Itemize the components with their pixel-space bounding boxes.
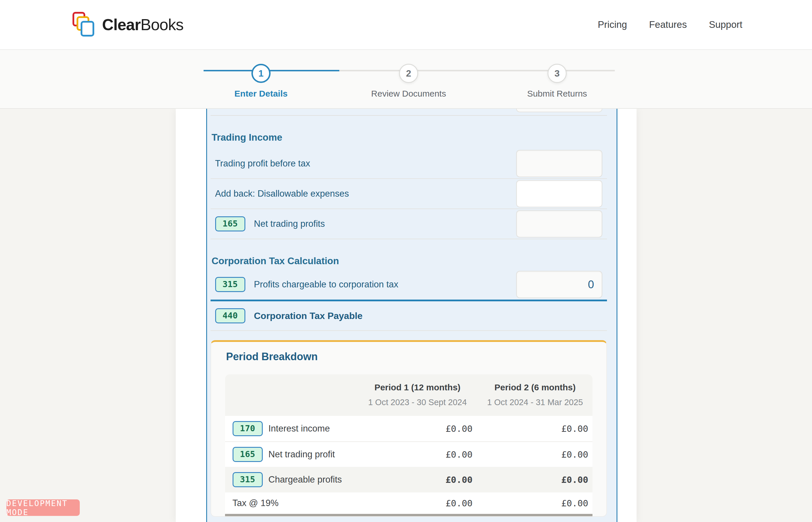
table-row-net-trading-profit: 165 Net trading profit £0.00 £0.00 (225, 441, 592, 467)
tax-19-cell: Tax @ 19% (225, 498, 358, 508)
tax-19-period-2: £0.00 (478, 498, 593, 508)
period-breakdown-card: Period Breakdown Period 1 (12 months) 1 … (210, 340, 607, 517)
form-row-net-trading-profits: 165 Net trading profits (210, 209, 607, 239)
brand-name: ClearBooks (102, 15, 183, 34)
disallowable-expenses-label: Add back: Disallowable expenses (215, 188, 349, 199)
chargeable-profits-period-1: £0.00 (358, 475, 478, 485)
stepper: 1 Enter Details 2 Review Documents 3 Sub… (0, 50, 812, 109)
net-trading-profit-label: Net trading profit (268, 449, 335, 460)
period-1-title: Period 1 (12 months) (358, 382, 478, 393)
period-2-title: Period 2 (6 months) (478, 382, 593, 393)
box-170-badge: 170 (232, 421, 263, 436)
chargeable-profits-period-2: £0.00 (478, 475, 593, 485)
step-review-documents[interactable]: 2 Review Documents (359, 50, 458, 99)
disallowable-expenses-input[interactable] (516, 180, 602, 207)
section-title-corporation-tax: Corporation Tax Calculation (212, 256, 607, 266)
box-440-badge: 440 (215, 308, 245, 323)
section-title-trading-income: Trading Income (212, 132, 607, 143)
box-315-table-badge: 315 (232, 472, 263, 487)
main-nav: Pricing Features Support (598, 19, 743, 30)
nav-support[interactable]: Support (709, 19, 743, 30)
period-breakdown-title: Period Breakdown (226, 350, 592, 363)
step-3-label: Submit Returns (508, 89, 606, 99)
interest-income-period-1: £0.00 (358, 423, 478, 434)
logo-page-blue (81, 21, 94, 37)
brand-logo[interactable]: ClearBooks (73, 12, 183, 37)
header-period-2: Period 2 (6 months) 1 Oct 2024 - 31 Mar … (478, 382, 593, 407)
box-315-badge: 315 (215, 277, 245, 292)
net-trading-profit-cell: 165 Net trading profit (225, 447, 358, 462)
brand-name-bold: Clear (102, 16, 141, 34)
table-row-interest-income: 170 Interest income £0.00 £0.00 (225, 416, 592, 441)
form-row-trading-profit: Trading profit before tax (210, 149, 607, 179)
box-165-table-badge: 165 (232, 447, 263, 462)
interest-income-period-2: £0.00 (478, 423, 593, 434)
net-trading-profits-input[interactable] (516, 210, 602, 238)
header-empty-cell (225, 382, 358, 407)
top-header: ClearBooks Pricing Features Support (0, 0, 812, 50)
clearbooks-logo-icon (73, 12, 95, 37)
table-row-tax-19: Tax @ 19% £0.00 £0.00 (225, 493, 592, 514)
trading-income-rows: Trading profit before tax Add back: Disa… (210, 149, 607, 239)
period-2-dates: 1 Oct 2024 - 31 Mar 2025 (478, 398, 593, 407)
chargeable-profits-table-label: Chargeable profits (268, 475, 342, 485)
tax-19-label: Tax @ 19% (232, 498, 279, 508)
period-breakdown-table: Period 1 (12 months) 1 Oct 2023 - 30 Sep… (225, 375, 592, 516)
box-165-badge: 165 (215, 216, 245, 232)
step-2-label: Review Documents (359, 89, 458, 99)
tax-form-panel: Trading Income Trading profit before tax… (206, 92, 617, 522)
step-enter-details[interactable]: 1 Enter Details (212, 50, 310, 99)
corporation-tax-payable-label: Corporation Tax Payable (254, 310, 363, 321)
screen: ClearBooks Pricing Features Support 1 En… (0, 0, 812, 522)
form-row-corporation-tax-payable: 440 Corporation Tax Payable (210, 301, 607, 331)
trading-profit-label: Trading profit before tax (215, 158, 310, 169)
header-period-1: Period 1 (12 months) 1 Oct 2023 - 30 Sep… (358, 382, 478, 407)
form-row-disallowable-expenses: Add back: Disallowable expenses (210, 179, 607, 209)
step-submit-returns[interactable]: 3 Submit Returns (508, 50, 606, 99)
trading-profit-input[interactable] (516, 150, 602, 177)
net-trading-profit-period-2: £0.00 (478, 449, 593, 460)
section-divider (210, 115, 607, 116)
step-1-label: Enter Details (212, 89, 310, 99)
brand-name-regular: Books (141, 16, 184, 34)
net-trading-profit-period-1: £0.00 (358, 449, 478, 460)
development-mode-badge: DEVELOPMENT MODE (6, 499, 80, 516)
chargeable-profits-input[interactable] (516, 271, 602, 298)
content-column: Trading Income Trading profit before tax… (176, 109, 636, 522)
nav-pricing[interactable]: Pricing (598, 19, 627, 30)
period-table-header: Period 1 (12 months) 1 Oct 2023 - 30 Sep… (225, 375, 592, 416)
interest-income-label: Interest income (268, 423, 330, 434)
chargeable-profits-label: Profits chargeable to corporation tax (254, 279, 399, 290)
page-body: Trading Income Trading profit before tax… (0, 109, 812, 522)
net-trading-profits-label: Net trading profits (254, 219, 325, 229)
step-2-circle: 2 (399, 64, 418, 83)
nav-features[interactable]: Features (649, 19, 687, 30)
form-row-chargeable-profits: 315 Profits chargeable to corporation ta… (210, 269, 607, 300)
table-row-chargeable-profits: 315 Chargeable profits £0.00 £0.00 (225, 467, 592, 493)
table-cutoff-rule (225, 514, 592, 516)
period-1-dates: 1 Oct 2023 - 30 Sept 2024 (358, 398, 478, 407)
step-1-circle: 1 (251, 64, 270, 83)
chargeable-profits-cell: 315 Chargeable profits (225, 472, 358, 487)
tax-19-period-1: £0.00 (358, 498, 478, 508)
step-3-circle: 3 (548, 64, 567, 83)
interest-income-cell: 170 Interest income (225, 421, 358, 436)
